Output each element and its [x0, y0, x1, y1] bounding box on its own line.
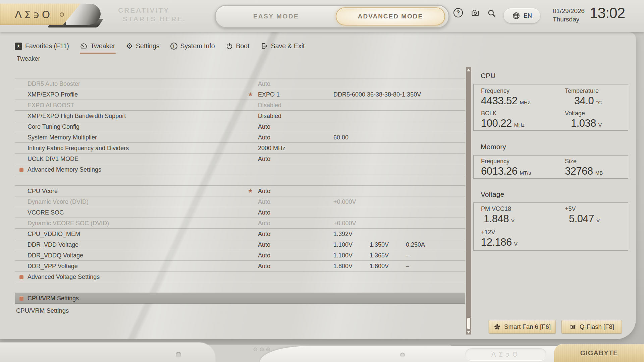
tab-label: Favorites (F11) [25, 42, 69, 50]
setting-label: Infinity Fabric Frequency and Dividers [28, 143, 129, 154]
search-button[interactable] [487, 9, 496, 18]
table-row[interactable]: CPU/VRM Settings [15, 293, 465, 303]
tab-label: System Info [180, 42, 215, 50]
main-panel: ★ Favorites (F11) Tweaker ⚙ Settings i S… [0, 32, 636, 339]
setting-value: Auto [258, 261, 270, 272]
exit-icon [260, 42, 268, 50]
table-row[interactable]: DDR_VDD VoltageAuto1.100V1.350V0.250A [15, 239, 465, 250]
smart-fan-label: Smart Fan 6 [F6] [504, 323, 551, 330]
setting-value: 60.00 [333, 132, 348, 143]
bullet-icon [19, 296, 23, 301]
table-row[interactable]: DDR_VDDQ VoltageAuto1.100V1.365V– [15, 250, 465, 260]
footer-screw-icon [176, 352, 181, 357]
table-row[interactable]: Dynamic Vcore (DVID)Auto+0.000V [15, 196, 465, 207]
qflash-button[interactable]: Q-Flash [F8] [561, 320, 622, 334]
scrollbar-thumb[interactable] [467, 318, 470, 329]
memory-size-metric: Size 32768MB [565, 158, 603, 177]
tab-label: Boot [236, 42, 250, 50]
setting-value: – [406, 261, 409, 272]
settings-table: DDR5 Auto BoosterAutoXMP/EXPO Profile★EX… [15, 67, 465, 304]
table-spacer-row [15, 67, 465, 78]
favorite-star-icon: ★ [248, 89, 253, 100]
tab-save-exit[interactable]: Save & Exit [260, 42, 305, 50]
bullet-icon [19, 168, 23, 172]
table-row[interactable]: XMP/EXPO Profile★EXPO 1DDR5-6000 36-38-3… [15, 89, 465, 100]
tab-settings[interactable]: ⚙ Settings [126, 42, 159, 50]
screenshot-button[interactable] [470, 8, 480, 17]
setting-value: Disabled [258, 100, 281, 111]
setting-value: 1.350V [370, 239, 389, 250]
table-row[interactable]: Dynamic VCORE SOC (DVID)Auto+0.000V [15, 218, 465, 228]
easy-mode-button[interactable]: EASY MODE [216, 6, 336, 27]
language-selector[interactable]: EN [504, 8, 540, 23]
setting-label: DDR_VDDQ Voltage [28, 250, 83, 261]
table-row[interactable]: XMP/EXPO High Bandwidth SupportDisabled [15, 110, 465, 121]
nav-tabs: ★ Favorites (F11) Tweaker ⚙ Settings i S… [15, 42, 305, 50]
top-bar: ΛΣ϶O CREATIVITY STARTS HERE. EASY MODE A… [0, 0, 644, 32]
footer-aero-logo: ΛΣ϶O [465, 348, 546, 360]
setting-value: 1.100V [333, 239, 353, 250]
footer-screw-icon [400, 353, 405, 357]
voltage-monitor-box: PM VCC18 1.848V +5V 5.047V +12V 12.186V [473, 202, 628, 251]
setting-value: 1.800V [370, 261, 389, 272]
smart-fan-button[interactable]: Smart Fan 6 [F6] [489, 320, 556, 334]
setting-label: System Memory Multiplier [28, 132, 97, 143]
mode-switch: EASY MODE ADVANCED MODE [215, 5, 449, 28]
setting-label: XMP/EXPO High Bandwidth Support [28, 111, 126, 121]
bullet-icon [19, 275, 23, 279]
scrollbar-up-arrow-icon[interactable] [467, 69, 470, 71]
tab-system-info[interactable]: i System Info [170, 42, 215, 50]
table-spacer-row [15, 175, 465, 185]
tab-boot[interactable]: Boot [226, 42, 250, 50]
help-button[interactable]: ? [453, 8, 463, 17]
tab-label: Save & Exit [271, 42, 305, 50]
table-row[interactable]: DDR5 Auto BoosterAuto [15, 78, 465, 89]
search-icon [487, 9, 496, 18]
setting-label: DDR5 Auto Booster [28, 78, 80, 89]
help-icon: ? [453, 8, 463, 17]
table-row[interactable]: CPU Vcore★Auto [15, 185, 465, 196]
table-row[interactable]: DDR_VPP VoltageAuto1.800V1.800V– [15, 260, 465, 271]
cpu-monitor-box: Frequency 4433.52MHz Temperature 34.0°C … [473, 84, 628, 131]
setting-help-text: CPU/VRM Settings [16, 307, 69, 314]
table-row[interactable]: System Memory MultiplierAuto60.00 [15, 132, 465, 142]
gauge-icon [80, 42, 88, 50]
table-row[interactable]: CPU_VDDIO_MEMAuto1.392V [15, 228, 465, 239]
setting-value: 2000 MHz [258, 143, 285, 154]
table-row[interactable]: Advanced Memory Settings [15, 164, 465, 175]
setting-value: 1.392V [333, 229, 353, 239]
tab-label: Tweaker [91, 42, 115, 50]
plus5v-metric: +5V 5.047V [565, 205, 600, 225]
footer-panel-left [0, 343, 215, 362]
favorite-star-icon: ★ [248, 186, 253, 196]
setting-label: Advanced Voltage Settings [28, 272, 100, 282]
scrollbar-down-arrow-icon[interactable] [467, 331, 470, 334]
gear-icon: ⚙ [126, 42, 133, 50]
advanced-mode-button[interactable]: ADVANCED MODE [336, 7, 445, 25]
setting-value: Auto [258, 132, 270, 143]
voltage-section-title: Voltage [481, 190, 504, 198]
setting-value: DDR5-6000 36-38-38-80-1.350V [333, 89, 421, 100]
setting-value: Auto [258, 196, 270, 207]
setting-label: Advanced Memory Settings [28, 164, 101, 175]
setting-value: 1.100V [333, 250, 353, 261]
tab-tweaker[interactable]: Tweaker [80, 42, 115, 50]
table-row[interactable]: Core Tuning ConfigAuto [15, 121, 465, 132]
table-row[interactable]: Infinity Fabric Frequency and Dividers20… [15, 142, 465, 153]
power-icon [226, 43, 233, 50]
table-row[interactable]: VCORE SOCAuto [15, 207, 465, 218]
setting-value: Auto [258, 218, 270, 229]
memory-frequency-metric: Frequency 6013.26MT/s [481, 158, 531, 177]
setting-label: VCORE SOC [28, 207, 64, 218]
setting-value: EXPO 1 [258, 89, 280, 100]
gigabyte-panel: GIGABYTE [554, 344, 644, 362]
scrollbar[interactable] [466, 67, 471, 335]
table-row[interactable]: EXPO AI BOOSTDisabled [15, 100, 465, 110]
table-row[interactable]: Advanced Voltage Settings [15, 271, 465, 282]
globe-icon [512, 11, 521, 20]
table-row[interactable]: UCLK DIV1 MODEAuto [15, 153, 465, 164]
footer-blade-panel: ΛΣ϶O [260, 346, 562, 362]
info-icon: i [170, 43, 177, 50]
breadcrumb: Tweaker [17, 55, 40, 62]
tab-favorites[interactable]: ★ Favorites (F11) [15, 42, 69, 50]
